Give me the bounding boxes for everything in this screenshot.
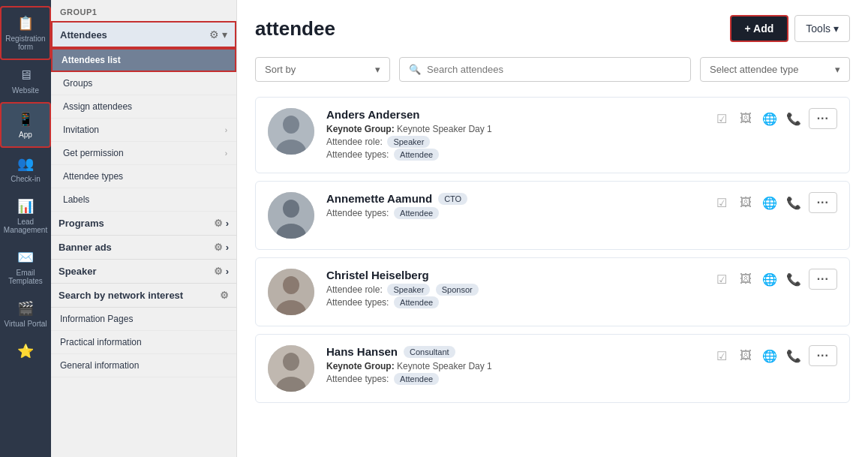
sidebar-item-groups-label: Groups (63, 78, 92, 89)
sidebar-item-label: Email Templates (3, 269, 48, 285)
attendees-section-label: Attendees (60, 29, 107, 41)
sidebar-item-lead-management[interactable]: 📊 Lead Management (0, 191, 51, 242)
chevron-down-icon[interactable]: ▾ (222, 29, 227, 41)
sidebar-item-app[interactable]: 📱 App (0, 102, 51, 148)
sidebar-section-banner-ads[interactable]: Banner ads ⚙ › (51, 236, 236, 260)
checkin-icon: 👥 (17, 155, 34, 172)
attendees-list-item[interactable]: Attendees list (51, 48, 236, 72)
sidebar-item-email-templates[interactable]: ✉️ Email Templates (0, 242, 51, 293)
sidebar-item-label: Virtual Portal (4, 320, 47, 328)
tools-button[interactable]: Tools ▾ (794, 15, 850, 42)
attendees-section[interactable]: Attendees ⚙ ▾ (51, 21, 236, 48)
image-icon-4[interactable]: 🖼 (737, 349, 755, 362)
phone-icon-4[interactable]: 📞 (785, 349, 803, 363)
attendee-info-3: Christel Heiselberg Attendee role: Speak… (326, 269, 701, 310)
sidebar-item-labels-label: Labels (63, 194, 89, 205)
sidebar-item-general-information[interactable]: General information (51, 354, 236, 377)
add-button[interactable]: + Add (730, 15, 789, 42)
lead-icon: 📊 (17, 198, 34, 215)
network-label: Search by network interest (59, 290, 183, 301)
speaker-gear-icon[interactable]: ⚙ (214, 266, 223, 277)
sidebar-item-practical-information[interactable]: Practical information (51, 331, 236, 354)
check-icon-3[interactable]: ☑ (713, 272, 731, 287)
role-badge-sponsor-3: Sponsor (436, 284, 479, 296)
type-badge-3: Attendee (394, 296, 439, 308)
image-icon-3[interactable]: 🖼 (737, 272, 755, 286)
speaker-chevron-icon[interactable]: › (226, 266, 229, 277)
image-icon-2[interactable]: 🖼 (737, 196, 755, 209)
keynote-group-1: Keynote Group: Keynote Speaker Day 1 (326, 124, 701, 134)
type-badge-4: Attendee (394, 373, 439, 385)
banner-chevron-icon[interactable]: › (226, 242, 229, 253)
sidebar-item-attendee-types[interactable]: Attendee types (51, 165, 236, 188)
name-row-1: Anders Andersen (326, 108, 701, 121)
check-icon-2[interactable]: ☑ (713, 196, 731, 210)
type-row-4: Attendee types: Attendee (326, 374, 701, 384)
sidebar-item-label: Lead Management (3, 218, 48, 234)
globe-icon-1[interactable]: 🌐 (761, 112, 779, 126)
chevron-right-icon: › (225, 126, 227, 134)
more-button-3[interactable]: ··· (809, 269, 837, 290)
sidebar-section-programs[interactable]: Programs ⚙ › (51, 212, 236, 236)
more-button-1[interactable]: ··· (809, 108, 837, 129)
more-button-4[interactable]: ··· (809, 345, 837, 366)
search-field[interactable] (427, 64, 681, 75)
banner-gear-icon[interactable]: ⚙ (214, 242, 223, 253)
globe-icon-4[interactable]: 🌐 (761, 349, 779, 363)
attendee-name-3: Christel Heiselberg (326, 269, 429, 281)
sidebar-item-invitation[interactable]: Invitation › (51, 119, 236, 142)
check-icon-1[interactable]: ☑ (713, 112, 731, 126)
sidebar-item-checkin[interactable]: 👥 Check-in (0, 148, 51, 191)
sidebar-item-groups[interactable]: Groups (51, 72, 236, 95)
secondary-sidebar: GROUP1 Attendees ⚙ ▾ Attendees list Grou… (51, 0, 237, 457)
sidebar-item-label: Check-in (11, 175, 40, 183)
sidebar-section-network[interactable]: Search by network interest ⚙ (51, 284, 236, 308)
sidebar-item-information-pages[interactable]: Information Pages (51, 308, 236, 331)
globe-icon-3[interactable]: 🌐 (761, 272, 779, 287)
sort-by-dropdown[interactable]: Sort by ▾ (255, 57, 390, 82)
attendee-type-label: Select attendee type (710, 64, 799, 75)
more-button-2[interactable]: ··· (809, 192, 837, 213)
attendee-info-4: Hans Hansen Consultant Keynote Group: Ke… (326, 345, 701, 386)
website-icon: 🖥 (19, 68, 32, 83)
sidebar-section-speaker[interactable]: Speaker ⚙ › (51, 260, 236, 284)
attendee-card-4: Hans Hansen Consultant Keynote Group: Ke… (255, 334, 850, 403)
keynote-label-1: Keynote Group: (326, 124, 397, 134)
search-attendees-input[interactable]: 🔍 (399, 57, 691, 82)
sidebar-item-assign-attendees[interactable]: Assign attendees (51, 95, 236, 119)
sidebar-item-invitation-label: Invitation (63, 125, 99, 135)
sidebar-item-types-label: Attendee types (63, 171, 123, 182)
programs-chevron-icon[interactable]: › (226, 218, 229, 229)
phone-icon-1[interactable]: 📞 (785, 112, 803, 126)
type-badge-1: Attendee (394, 149, 439, 161)
gear-icon[interactable]: ⚙ (209, 29, 219, 41)
registration-form-icon: 📋 (17, 15, 34, 32)
main-content: attendee + Add Tools ▾ Sort by ▾ 🔍 Selec… (237, 0, 868, 457)
filter-bar: Sort by ▾ 🔍 Select attendee type ▾ (255, 57, 850, 82)
speaker-icons: ⚙ › (214, 266, 229, 277)
image-icon-1[interactable]: 🖼 (737, 112, 755, 125)
programs-gear-icon[interactable]: ⚙ (214, 218, 223, 229)
globe-icon-2[interactable]: 🌐 (761, 196, 779, 210)
programs-icons: ⚙ › (214, 218, 229, 229)
attendee-type-dropdown[interactable]: Select attendee type ▾ (700, 57, 850, 82)
check-icon-4[interactable]: ☑ (713, 349, 731, 363)
sidebar-item-website[interactable]: 🖥 Website (0, 60, 51, 102)
sidebar-item-assign-label: Assign attendees (63, 101, 132, 112)
sidebar-item-get-permission[interactable]: Get permission › (51, 142, 236, 165)
attendee-badge-consultant: Consultant (404, 346, 455, 358)
role-badge-speaker-3: Speaker (387, 284, 430, 296)
sidebar-item-registration-form[interactable]: 📋 Registration form (0, 6, 51, 60)
avatar-4 (268, 345, 314, 392)
svg-point-7 (283, 276, 299, 294)
svg-point-4 (283, 200, 299, 218)
phone-icon-3[interactable]: 📞 (785, 272, 803, 287)
practical-info-label: Practical information (60, 337, 142, 347)
name-row-3: Christel Heiselberg (326, 269, 701, 281)
phone-icon-2[interactable]: 📞 (785, 196, 803, 210)
sidebar-item-labels[interactable]: Labels (51, 188, 236, 212)
network-gear-icon[interactable]: ⚙ (220, 290, 229, 301)
virtual-icon: 🎬 (17, 300, 34, 317)
sidebar-item-virtual-portal[interactable]: 🎬 Virtual Portal (0, 293, 51, 335)
sidebar-item-star[interactable]: ⭐ (0, 335, 51, 367)
